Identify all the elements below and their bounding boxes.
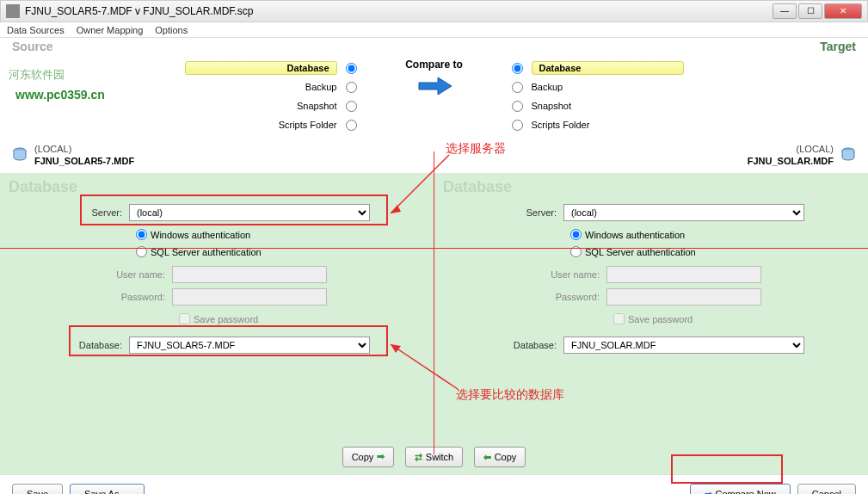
target-server-select[interactable]: (local) bbox=[563, 204, 804, 221]
copy-left-button[interactable]: ⬅Copy bbox=[474, 447, 526, 467]
user-label: User name: bbox=[469, 269, 606, 280]
cancel-button[interactable]: Cancel bbox=[797, 484, 856, 494]
win-auth-label: Windows authentication bbox=[151, 230, 250, 240]
pane-watermark: Database bbox=[9, 178, 77, 196]
source-database-select[interactable]: FJNU_SOLAR5-7.MDF bbox=[129, 337, 370, 354]
compare-to-label: Compare to bbox=[383, 59, 486, 71]
target-type-backup[interactable] bbox=[512, 82, 523, 93]
close-button[interactable]: ✕ bbox=[824, 3, 862, 19]
target-db-info: (LOCAL)FJNU_SOLAR.MDF bbox=[434, 143, 857, 168]
target-type-radios: Database Backup Snapshot Scripts Folder bbox=[512, 59, 684, 134]
watermark-url: www.pc0359.cn bbox=[15, 88, 105, 102]
source-type-database[interactable] bbox=[346, 63, 357, 74]
menu-options[interactable]: Options bbox=[155, 25, 188, 35]
target-save-password-checkbox bbox=[613, 313, 625, 324]
target-type-snapshot-label: Snapshot bbox=[523, 101, 684, 111]
source-type-scripts-label: Scripts Folder bbox=[185, 120, 346, 130]
source-label: Source bbox=[12, 40, 52, 53]
target-database-select[interactable]: FJNU_SOLAR.MDF bbox=[563, 337, 804, 354]
target-type-scripts[interactable] bbox=[512, 120, 523, 131]
target-username-input bbox=[606, 266, 761, 283]
svg-marker-0 bbox=[419, 77, 452, 95]
target-password-input bbox=[606, 288, 761, 306]
menu-owner-mapping[interactable]: Owner Mapping bbox=[77, 25, 144, 35]
database-label: Database: bbox=[469, 340, 563, 350]
source-type-area: Source Target 河东软件园 www.pc0359.cn Databa… bbox=[0, 38, 868, 141]
target-type-scripts-label: Scripts Folder bbox=[523, 120, 684, 130]
source-type-scripts[interactable] bbox=[346, 120, 357, 131]
target-win-auth-radio[interactable] bbox=[570, 229, 582, 240]
source-save-password-checkbox bbox=[179, 313, 190, 324]
win-auth-label: Windows authentication bbox=[585, 230, 685, 240]
source-type-radios: Database Backup Snapshot Scripts Folder bbox=[185, 59, 357, 134]
menubar: Data Sources Owner Mapping Options bbox=[0, 22, 868, 38]
source-username-input bbox=[172, 266, 327, 283]
user-label: User name: bbox=[34, 269, 172, 280]
minimize-button[interactable]: — bbox=[773, 3, 797, 19]
source-db-info: (LOCAL)FJNU_SOLAR5-7.MDF bbox=[12, 143, 434, 168]
save-button[interactable]: Save bbox=[12, 484, 63, 494]
bottom-bar: Save Save As ... ➡ Compare Now Cancel bbox=[0, 474, 868, 494]
target-db-name: FJNU_SOLAR.MDF bbox=[748, 155, 834, 167]
database-label: Database: bbox=[34, 340, 129, 350]
server-label: Server: bbox=[469, 207, 563, 218]
app-icon bbox=[6, 4, 20, 18]
source-password-input bbox=[172, 288, 327, 306]
window-titlebar: FJNU_SOLAR5-7.MDF v FJNU_SOLAR.MDF.scp —… bbox=[0, 0, 868, 22]
pane-watermark: Database bbox=[443, 178, 512, 196]
target-type-database[interactable] bbox=[512, 63, 523, 74]
source-type-database-label: Database bbox=[185, 61, 337, 75]
target-type-snapshot[interactable] bbox=[512, 101, 523, 112]
target-type-database-label: Database bbox=[532, 61, 684, 75]
target-server-name: (LOCAL) bbox=[748, 143, 834, 155]
compare-now-button[interactable]: ➡ Compare Now bbox=[690, 484, 790, 494]
target-label: Target bbox=[820, 40, 856, 53]
source-server-select[interactable]: (local) bbox=[129, 204, 370, 221]
watermark-sitename: 河东软件园 bbox=[9, 67, 65, 83]
save-pass-label: Save password bbox=[628, 314, 693, 324]
target-type-backup-label: Backup bbox=[523, 82, 684, 92]
database-icon bbox=[840, 147, 856, 163]
source-type-snapshot[interactable] bbox=[346, 101, 357, 112]
compare-arrow-icon bbox=[416, 76, 453, 96]
source-server-name: (LOCAL) bbox=[34, 143, 134, 155]
save-pass-label: Save password bbox=[194, 314, 258, 324]
save-as-button[interactable]: Save As ... bbox=[70, 484, 145, 494]
pass-label: Password: bbox=[469, 292, 606, 302]
source-db-name: FJNU_SOLAR5-7.MDF bbox=[34, 155, 134, 167]
source-type-backup[interactable] bbox=[346, 82, 357, 93]
copy-right-button[interactable]: Copy➡ bbox=[342, 447, 395, 467]
target-pane: Database Server: (local) Windows authent… bbox=[434, 173, 868, 440]
source-pane: Database Server: (local) Windows authent… bbox=[0, 173, 434, 440]
source-win-auth-radio[interactable] bbox=[136, 229, 147, 240]
database-icon bbox=[12, 147, 28, 163]
pass-label: Password: bbox=[34, 292, 172, 302]
menu-data-sources[interactable]: Data Sources bbox=[7, 25, 65, 35]
maximize-button[interactable]: ☐ bbox=[798, 3, 822, 19]
window-title: FJNU_SOLAR5-7.MDF v FJNU_SOLAR.MDF.scp bbox=[25, 5, 253, 17]
source-type-snapshot-label: Snapshot bbox=[185, 101, 346, 111]
annotation-guide-v bbox=[434, 151, 434, 454]
server-label: Server: bbox=[34, 207, 129, 218]
source-type-backup-label: Backup bbox=[185, 82, 346, 92]
